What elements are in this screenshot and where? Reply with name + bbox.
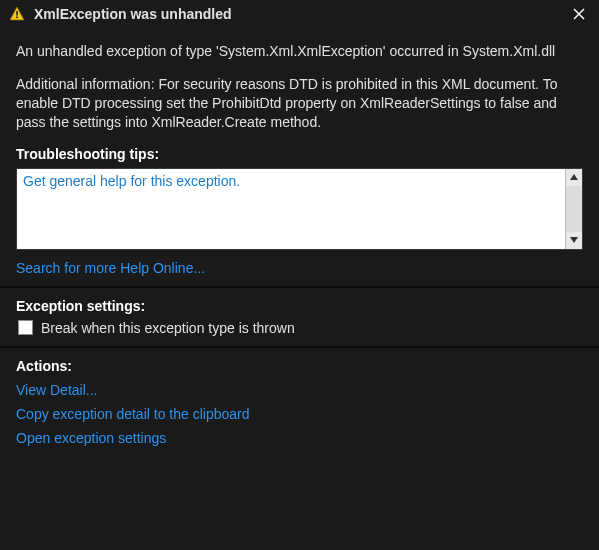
troubleshooting-heading: Troubleshooting tips: [16, 146, 583, 162]
break-on-thrown-row: Break when this exception type is thrown [18, 320, 583, 336]
chevron-up-icon [570, 174, 578, 180]
tip-general-help-link[interactable]: Get general help for this exception. [23, 173, 240, 189]
open-exception-settings-link[interactable]: Open exception settings [16, 430, 166, 446]
dialog-title: XmlException was unhandled [34, 6, 567, 22]
close-button[interactable] [567, 2, 591, 26]
svg-rect-1 [16, 11, 18, 16]
scroll-down-button[interactable] [566, 232, 582, 249]
svg-marker-5 [570, 174, 578, 180]
svg-rect-2 [16, 17, 18, 19]
copy-exception-link[interactable]: Copy exception detail to the clipboard [16, 406, 249, 422]
scroll-track[interactable] [566, 186, 582, 232]
actions-section: Actions: View Detail... Copy exception d… [16, 358, 583, 446]
close-icon [573, 8, 585, 20]
divider [0, 346, 599, 348]
title-bar: XmlException was unhandled [0, 0, 599, 28]
break-on-thrown-checkbox[interactable] [18, 320, 33, 335]
exception-settings-heading: Exception settings: [16, 298, 583, 314]
search-help-online-link[interactable]: Search for more Help Online... [16, 260, 205, 276]
divider [0, 286, 599, 288]
exception-summary: An unhandled exception of type 'System.X… [16, 42, 583, 61]
actions-heading: Actions: [16, 358, 583, 374]
break-on-thrown-label: Break when this exception type is thrown [41, 320, 295, 336]
tips-listbox-content: Get general help for this exception. [17, 169, 565, 249]
scroll-up-button[interactable] [566, 169, 582, 186]
svg-marker-6 [570, 237, 578, 243]
dialog-body: An unhandled exception of type 'System.X… [0, 28, 599, 464]
chevron-down-icon [570, 237, 578, 243]
exception-additional-info: Additional information: For security rea… [16, 75, 583, 132]
view-detail-link[interactable]: View Detail... [16, 382, 97, 398]
warning-icon [8, 5, 26, 23]
tips-scrollbar[interactable] [565, 169, 582, 249]
tips-listbox[interactable]: Get general help for this exception. [16, 168, 583, 250]
